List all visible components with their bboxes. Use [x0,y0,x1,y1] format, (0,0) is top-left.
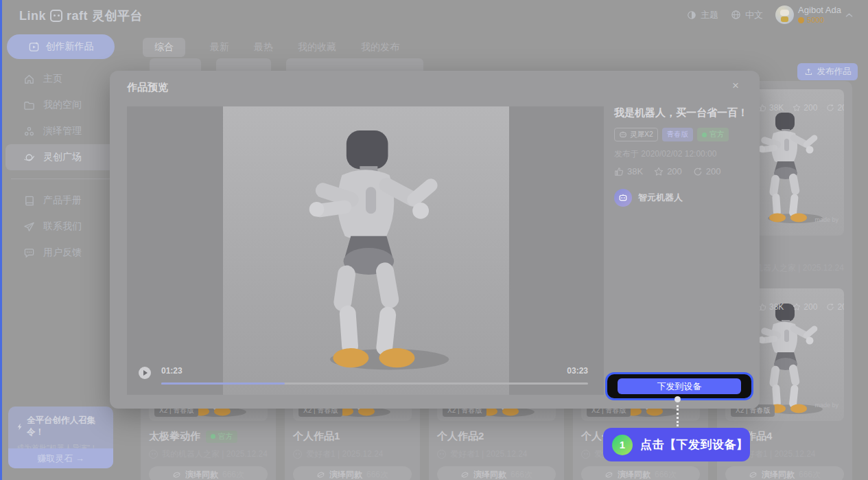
play-button[interactable] [139,367,151,379]
tutorial-text: 点击【下发到设备】 [640,437,749,453]
promo-title: 全平台创作人召集令！ [8,407,113,438]
model-tag: 灵犀X2 [614,128,658,141]
star-icon [654,167,664,176]
feedback-icon [23,247,35,259]
screen-edge-highlight [0,0,2,480]
card-author-meta: 爱好者1 | 2025.12.24 [437,448,556,460]
sidebar-label: 联系我们 [43,220,82,233]
paper-plane-icon [23,221,35,233]
tab-comprehensive[interactable]: 综合 [143,38,185,57]
logo-robot-icon [50,10,62,22]
user-avatar [775,5,794,24]
tab-hottest[interactable]: 最热 [254,38,273,57]
progress-fill [161,382,285,385]
work-detail-panel: 我是机器人，买一台省一百！ 灵犀X2 青春版 官方 发布于 2020/02/02… [614,106,751,207]
official-badge: 官方 [206,431,237,443]
sidebar-divider [11,179,110,179]
author-mini-icon [149,450,158,459]
shares-stat[interactable]: 200 [693,166,721,176]
work-title: 我是机器人，买一台省一百！ [614,106,751,119]
create-icon [28,41,40,53]
sidebar-item-performance-mgmt[interactable]: 演绎管理 [5,118,115,144]
swirl-icon [460,470,469,479]
author-row[interactable]: 智元机器人 [614,189,751,207]
thumbs-up-icon [614,167,624,176]
author-mini-icon [581,450,590,459]
earn-gems-button[interactable]: 赚取灵石 → [8,448,113,468]
app-logo: Linkraft 灵创平台 [19,8,143,24]
made-by-watermark: made by [814,216,838,223]
swirl-icon [605,470,613,479]
tab-my-published[interactable]: 我的发布 [361,38,399,57]
replay-same-button[interactable]: 演绎同款 666次 [437,466,556,480]
upload-icon [804,67,813,76]
sidebar-item-user-feedback[interactable]: 用户反馈 [5,240,115,266]
official-dot-icon [211,434,215,439]
swirl-icon [316,470,325,479]
video-frame [223,106,509,395]
author-mini-icon [293,450,302,459]
theme-toggle[interactable]: 主题 [687,9,718,21]
points-value: 5000 [807,16,823,25]
sidebar-label: 演绎管理 [43,125,82,137]
language-switcher[interactable]: 中文 [731,9,763,21]
replay-same-button[interactable]: 演绎同款 666次 [581,466,700,480]
author-mini-icon [437,450,446,459]
replay-same-button[interactable]: 演绎同款 666次 [149,466,268,480]
likes-stat[interactable]: 38K [614,166,643,176]
tutorial-connector-line [677,405,679,426]
sidebar-item-home[interactable]: 主页 [5,66,115,92]
swirl-icon [172,470,181,479]
edition-tag: 青春版 [662,128,694,141]
home-icon [23,73,35,85]
creator-recruit-promo: 全平台创作人召集令！ 成为首批"机器人导演"！ 赚取灵石 → [8,407,113,468]
publish-label: 发布作品 [817,66,852,78]
theme-icon [687,10,696,20]
card-author-meta: 爱好者1 | 2025.12.24 [293,448,412,460]
logo-word-left: Link [19,9,46,23]
header-actions: 主题 中文 Agibot Ada 5000 [687,5,853,25]
replay-same-button[interactable]: 演绎同款 666次 [725,466,844,480]
deploy-to-device-button[interactable]: 下发到设备 [618,378,741,394]
author-avatar [614,189,632,207]
sidebar-item-lingchuang-plaza[interactable]: 灵创广场 [5,144,115,170]
user-menu[interactable]: Agibot Ada 5000 [775,5,853,25]
coin-icon [798,17,804,23]
progress-bar[interactable] [161,382,588,385]
logo-cn: 灵创平台 [92,8,143,24]
card-title: 个人作品1 [293,430,340,443]
sidebar-nav: 主页 我的空间 演绎管理 灵创广场 产品手册 联系我们 用户反馈 [0,66,121,266]
user-points: 5000 [798,16,841,25]
create-new-work-button[interactable]: 创作新作品 [7,34,115,59]
close-icon[interactable]: × [732,79,739,93]
sidebar-item-contact-us[interactable]: 联系我们 [5,214,115,240]
user-name: Agibot Ada [798,5,841,16]
replay-same-button[interactable]: 演绎同款 666次 [293,466,412,480]
swirl-icon [749,470,758,479]
official-dot-icon [702,133,707,137]
video-player: 01:23 03:23 [127,106,604,395]
made-by-watermark: made by [814,402,838,409]
star-icon [793,303,801,311]
top-header: Linkraft 灵创平台 主题 中文 Agibot Ada 5000 [0,0,868,30]
work-preview-modal: 作品预览 × 01:23 03:23 我是机器人，买一台省一百！ 灵犀X2 青春… [110,71,760,409]
language-label: 中文 [745,9,763,21]
robot-face-icon [618,193,628,203]
create-label: 创作新作品 [46,41,94,53]
total-time: 03:23 [567,366,588,376]
publish-date: 发布于 2020/02/02 12:00:00 [614,148,751,160]
nodes-icon [23,126,35,137]
favorites-stat[interactable]: 200 [654,166,682,176]
globe-icon [731,10,741,20]
sidebar-item-product-manual[interactable]: 产品手册 [5,187,115,214]
publish-work-button[interactable]: 发布作品 [797,63,858,80]
tab-my-favorites[interactable]: 我的收藏 [298,38,336,57]
tab-newest[interactable]: 最新 [210,38,229,57]
lightning-icon [16,422,23,431]
tutorial-tooltip: 1 点击【下发到设备】 [603,428,750,461]
card-author-meta: 我的机器人之家 | 2025.12.24 [149,448,268,460]
sidebar-item-my-space[interactable]: 我的空间 [5,92,115,118]
tutorial-connector-dot [675,396,681,402]
current-time: 01:23 [161,366,183,376]
robot-face-icon [619,130,627,139]
